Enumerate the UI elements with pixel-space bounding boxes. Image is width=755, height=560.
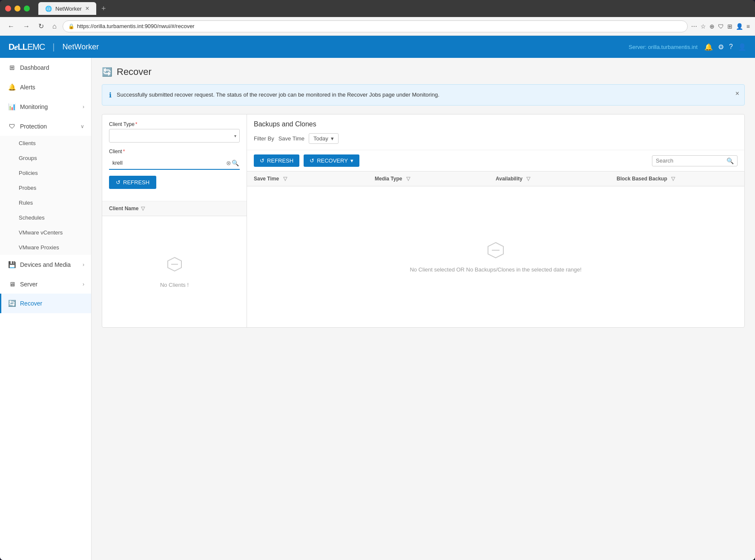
info-icon: ℹ xyxy=(109,91,112,99)
sidebar-item-devices[interactable]: 💾 Devices and Media › xyxy=(0,255,91,274)
client-name-filter-icon[interactable]: ▽ xyxy=(141,206,145,211)
sidebar-subitem-probes[interactable]: Probes xyxy=(0,180,91,195)
filter-by-label: Filter By xyxy=(254,135,274,142)
col-client-name: Client Name xyxy=(109,206,138,211)
left-empty-text: No Clients ! xyxy=(160,282,189,288)
right-panel-toolbar: ↺ REFRESH ↺ RECOVERY ▾ 🔍 xyxy=(247,150,744,171)
sidebar-item-alerts[interactable]: 🔔 Alerts xyxy=(0,77,91,97)
sidebar-subitem-schedules[interactable]: Schedules xyxy=(0,210,91,225)
app-name: NetWorker xyxy=(63,43,99,51)
extensions-icon[interactable]: ⋯ xyxy=(691,23,697,30)
content-panels: Client Type * ▾ xyxy=(102,114,745,328)
page-title: Recover xyxy=(117,66,152,77)
maximize-dot[interactable] xyxy=(24,6,30,11)
client-input[interactable] xyxy=(109,156,240,170)
main-content: 🔄 Recover ℹ Successfully submitted recov… xyxy=(92,58,755,560)
client-type-label: Client Type * xyxy=(109,121,240,127)
recovery-button[interactable]: ↺ RECOVERY ▾ xyxy=(304,154,359,167)
server-label: Server: xyxy=(629,44,648,50)
right-empty-icon xyxy=(486,241,505,261)
client-type-select[interactable] xyxy=(109,129,240,143)
back-button[interactable]: ← xyxy=(5,21,17,32)
server-chevron-icon: › xyxy=(83,281,84,287)
dell-text: D𝑒LL xyxy=(9,42,27,51)
browser-tab[interactable]: 🌐 NetWorker ✕ xyxy=(38,2,96,15)
client-required-marker: * xyxy=(123,149,125,154)
close-dot[interactable] xyxy=(5,6,11,11)
forward-button[interactable]: → xyxy=(20,21,32,32)
bookmark-icon[interactable]: ☆ xyxy=(700,23,706,30)
lock-icon: 🔒 xyxy=(68,23,75,29)
refresh-button[interactable]: ↺ REFRESH xyxy=(109,176,156,189)
alerts-icon: 🔔 xyxy=(8,83,16,91)
left-panel: Client Type * ▾ xyxy=(102,114,247,327)
user-icon[interactable]: 👤 xyxy=(738,43,746,51)
bell-icon[interactable]: 🔔 xyxy=(704,43,713,51)
profile-icon[interactable]: 👤 xyxy=(736,23,743,30)
col-block-based-backup: Block Based Backup ▽ xyxy=(617,176,738,182)
sidebar-item-recover[interactable]: 🔄 Recover xyxy=(0,294,91,313)
browser-frame: 🌐 NetWorker ✕ + ← → ↻ ⌂ 🔒 https://orilla… xyxy=(0,0,755,560)
client-type-group: Client Type * ▾ xyxy=(109,121,240,143)
protection-chevron-icon: ∨ xyxy=(80,123,84,129)
sidebar-subitem-policies[interactable]: Policies xyxy=(0,166,91,180)
save-time-select[interactable]: Today ▾ xyxy=(309,133,339,144)
new-tab-button[interactable]: + xyxy=(101,4,106,13)
bookmark-add-icon[interactable]: ⊕ xyxy=(709,23,715,30)
media-type-filter-icon[interactable]: ▽ xyxy=(406,176,410,182)
search-input-icon[interactable]: 🔍 xyxy=(232,160,239,166)
right-refresh-button[interactable]: ↺ REFRESH xyxy=(254,154,299,167)
browser-toolbar-icons: ⋯ ☆ ⊕ 🛡 ⊞ 👤 ≡ xyxy=(691,23,750,30)
sidebar-label-protection: Protection xyxy=(20,123,76,130)
client-group: Client * ⊗ 🔍 xyxy=(109,149,240,170)
tab-close-icon[interactable]: ✕ xyxy=(85,6,89,11)
header-right: Server: orilla.turbamentis.int 🔔 ⚙ ? 👤 xyxy=(629,43,746,51)
sidebar-item-server[interactable]: 🖥 Server › xyxy=(0,274,91,294)
help-icon[interactable]: ? xyxy=(729,43,733,51)
reload-button[interactable]: ↻ xyxy=(36,20,46,32)
alert-text: Successfully submitted recover request. … xyxy=(117,91,738,99)
save-time-filter-icon[interactable]: ▽ xyxy=(283,176,287,182)
app-content: D𝑒LLEMC | NetWorker Server: orilla.turba… xyxy=(0,36,755,560)
sidebar-subitem-groups[interactable]: Groups xyxy=(0,151,91,166)
address-bar[interactable]: 🔒 https://orilla.turbamentis.int:9090/nw… xyxy=(63,20,688,32)
minimize-dot[interactable] xyxy=(14,6,20,11)
save-time-dropdown-icon: ▾ xyxy=(331,135,334,142)
sidebar-label-alerts: Alerts xyxy=(20,84,84,91)
sidebar-item-dashboard[interactable]: ⊞ Dashboard xyxy=(0,58,91,77)
client-table-header: Client Name ▽ xyxy=(102,201,247,216)
clear-input-icon[interactable]: ⊗ xyxy=(226,160,231,166)
search-input[interactable] xyxy=(656,157,724,164)
alert-close-button[interactable]: × xyxy=(735,90,739,97)
sidebar-subitem-rules[interactable]: Rules xyxy=(0,195,91,210)
monitoring-icon: 📊 xyxy=(8,103,16,111)
sidebar-subitem-clients[interactable]: Clients xyxy=(0,136,91,151)
sidebar-label-monitoring: Monitoring xyxy=(20,103,78,110)
block-based-filter-icon[interactable]: ▽ xyxy=(671,176,675,182)
recovery-label: RECOVERY xyxy=(317,157,348,164)
browser-toolbar: ← → ↻ ⌂ 🔒 https://orilla.turbamentis.int… xyxy=(0,17,755,36)
right-refresh-icon: ↺ xyxy=(260,157,264,164)
devices-icon: 💾 xyxy=(8,261,16,269)
server-icon: 🖥 xyxy=(8,280,16,288)
sidebar-subitem-vmware-vcenters[interactable]: VMware vCenters xyxy=(0,225,91,240)
sidebar-item-monitoring[interactable]: 📊 Monitoring › xyxy=(0,97,91,117)
grid-icon[interactable]: ⊞ xyxy=(727,23,732,30)
home-button[interactable]: ⌂ xyxy=(50,21,59,32)
protection-submenu: Clients Groups Policies Probes Rules Sch… xyxy=(0,136,91,255)
menu-icon[interactable]: ≡ xyxy=(746,23,750,30)
client-input-wrapper: ⊗ 🔍 xyxy=(109,156,240,170)
right-refresh-label: REFRESH xyxy=(267,157,293,164)
sidebar-subitem-vmware-proxies[interactable]: VMware Proxies xyxy=(0,240,91,255)
sidebar-item-protection[interactable]: 🛡 Protection ∨ xyxy=(0,117,91,136)
availability-filter-icon[interactable]: ▽ xyxy=(526,176,530,182)
save-time-label: Save Time xyxy=(278,135,304,142)
search-icon[interactable]: 🔍 xyxy=(726,157,734,164)
recover-icon: 🔄 xyxy=(8,300,16,307)
header-icons: 🔔 ⚙ ? 👤 xyxy=(704,43,746,51)
page-recover-icon: 🔄 xyxy=(102,67,112,77)
col-media-type: Media Type ▽ xyxy=(375,176,496,182)
sidebar-label-recover: Recover xyxy=(20,300,84,307)
settings-icon[interactable]: ⚙ xyxy=(718,43,724,51)
panel-form: Client Type * ▾ xyxy=(102,114,247,201)
